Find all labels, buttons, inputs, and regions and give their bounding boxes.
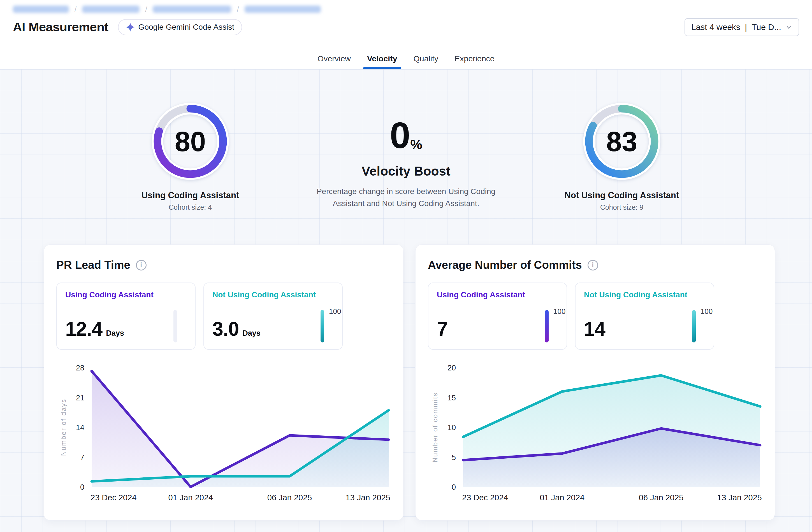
- velocity-boost-title: Velocity Boost: [362, 163, 451, 179]
- metric-value: 7: [437, 318, 448, 340]
- pr-lead-time-area-chart: 07142128Number of days23 Dec 202401 Jan …: [56, 361, 391, 507]
- gauge-score: 83: [581, 101, 662, 182]
- scale-max-label: 100: [553, 307, 565, 316]
- page-title: AI Measurement: [13, 20, 108, 34]
- date-range-detail: Tue D...: [752, 23, 781, 32]
- gauge-cohort-size: Cohort size: 4: [169, 203, 212, 211]
- card-title: Average Number of Commits: [428, 259, 582, 271]
- metric-scale-bar: 100: [545, 310, 549, 342]
- tab-experience[interactable]: Experience: [450, 48, 499, 69]
- breadcrumb-separator: /: [143, 5, 149, 14]
- svg-text:Number of commits: Number of commits: [431, 392, 439, 462]
- svg-text:01 Jan 2024: 01 Jan 2024: [169, 493, 213, 502]
- svg-text:23 Dec 2024: 23 Dec 2024: [462, 493, 508, 502]
- metrics-row: Using Coding Assistant 12.4 Days Not Usi…: [56, 282, 391, 350]
- velocity-boost-value: 0 %: [390, 117, 422, 154]
- not-using-assistant-gauge-block: 83 Not Using Coding Assistant Cohort siz…: [543, 101, 700, 211]
- metric-label: Using Coding Assistant: [437, 290, 558, 299]
- not-using-assistant-gauge: 83: [581, 101, 662, 182]
- breadcrumb-link-redacted[interactable]: [153, 5, 231, 13]
- breadcrumb-separator: /: [73, 5, 78, 14]
- tab-velocity[interactable]: Velocity: [363, 48, 402, 69]
- badge-label: Google Gemini Code Assist: [139, 23, 234, 32]
- date-range-select[interactable]: Last 4 weeks | Tue D...: [684, 18, 799, 36]
- scale-max-label: 100: [700, 307, 712, 316]
- metrics-row: Using Coding Assistant 7 100 Not Using C…: [428, 282, 763, 350]
- gauge-score: 80: [150, 101, 231, 182]
- svg-text:28: 28: [76, 364, 84, 372]
- svg-text:01 Jan 2024: 01 Jan 2024: [540, 493, 585, 502]
- summary-row: 80 Using Coding Assistant Cohort size: 4…: [0, 70, 812, 211]
- tab-overview[interactable]: Overview: [313, 48, 355, 69]
- metric-label: Not Using Coding Assistant: [584, 290, 705, 299]
- metric-value: 3.0: [213, 318, 239, 340]
- metric-value: 12.4: [65, 318, 102, 340]
- svg-text:Number of days: Number of days: [60, 399, 67, 456]
- svg-text:20: 20: [448, 364, 456, 372]
- svg-text:14: 14: [76, 423, 84, 432]
- gemini-sparkle-icon: [126, 23, 135, 32]
- boost-number: 0: [390, 117, 410, 154]
- svg-text:7: 7: [80, 453, 84, 462]
- breadcrumb-link-redacted[interactable]: [13, 5, 69, 13]
- metric-unit: Days: [106, 329, 124, 338]
- metric-scale-bar: 100: [692, 310, 696, 342]
- svg-text:23 Dec 2024: 23 Dec 2024: [90, 493, 136, 502]
- svg-text:15: 15: [448, 394, 456, 402]
- metric-value: 14: [584, 318, 605, 340]
- metric-label: Not Using Coding Assistant: [213, 290, 334, 299]
- date-range-label: Last 4 weeks: [691, 23, 740, 32]
- chevron-down-icon: [785, 24, 793, 31]
- app-header: / / / AI Measurement Google Gemini Code …: [0, 0, 812, 70]
- metric-not-using-assistant: Not Using Coding Assistant 3.0 Days 100: [203, 282, 343, 350]
- using-assistant-gauge: 80: [150, 101, 231, 182]
- info-icon[interactable]: i: [588, 260, 598, 270]
- metric-scale-bar: 100: [321, 310, 324, 342]
- svg-text:10: 10: [448, 423, 456, 432]
- card-average-commits: Average Number of Commits i Using Coding…: [415, 245, 775, 520]
- svg-text:21: 21: [76, 394, 84, 402]
- svg-text:06 Jan 2025: 06 Jan 2025: [267, 493, 312, 502]
- metric-using-assistant: Using Coding Assistant 12.4 Days: [56, 282, 195, 350]
- metric-not-using-assistant: Not Using Coding Assistant 14 100: [575, 282, 714, 350]
- info-icon[interactable]: i: [136, 260, 147, 270]
- boost-percent-sign: %: [410, 137, 422, 154]
- velocity-boost-description: Percentage change in score between Using…: [316, 186, 496, 210]
- metric-using-assistant: Using Coding Assistant 7 100: [428, 282, 567, 350]
- card-title: PR Lead Time: [56, 259, 130, 271]
- breadcrumb-link-redacted[interactable]: [245, 5, 321, 13]
- svg-text:0: 0: [80, 483, 84, 491]
- metric-scale-bar: [173, 310, 177, 342]
- scale-max-label: 100: [329, 307, 341, 316]
- gauge-label: Using Coding Assistant: [142, 190, 239, 201]
- breadcrumb-separator: /: [235, 5, 241, 14]
- breadcrumb-link-redacted[interactable]: [82, 5, 140, 13]
- gauge-label: Not Using Coding Assistant: [565, 190, 679, 201]
- metric-label: Using Coding Assistant: [65, 290, 187, 299]
- date-range-separator: |: [745, 22, 747, 32]
- card-pr-lead-time: PR Lead Time i Using Coding Assistant 12…: [44, 245, 404, 520]
- velocity-boost-block: 0 % Velocity Boost Percentage change in …: [305, 101, 507, 211]
- content-area: 80 Using Coding Assistant Cohort size: 4…: [0, 70, 812, 532]
- tab-quality[interactable]: Quality: [409, 48, 443, 69]
- gauge-cohort-size: Cohort size: 9: [600, 203, 643, 211]
- svg-text:13 Jan 2025: 13 Jan 2025: [346, 493, 390, 502]
- metric-unit: Days: [242, 329, 261, 338]
- gemini-code-assist-badge[interactable]: Google Gemini Code Assist: [118, 19, 242, 35]
- avg-commits-area-chart: 05101520Number of commits23 Dec 202401 J…: [428, 361, 763, 507]
- tab-bar: Overview Velocity Quality Experience: [0, 40, 812, 70]
- svg-text:13 Jan 2025: 13 Jan 2025: [717, 493, 762, 502]
- cards-row: PR Lead Time i Using Coding Assistant 12…: [0, 211, 812, 520]
- svg-text:06 Jan 2025: 06 Jan 2025: [639, 493, 684, 502]
- breadcrumb: / / /: [0, 0, 812, 14]
- svg-text:5: 5: [452, 453, 456, 462]
- title-row: AI Measurement Google Gemini Code Assist…: [0, 14, 812, 40]
- using-assistant-gauge-block: 80 Using Coding Assistant Cohort size: 4: [112, 101, 269, 211]
- svg-text:0: 0: [452, 483, 456, 491]
